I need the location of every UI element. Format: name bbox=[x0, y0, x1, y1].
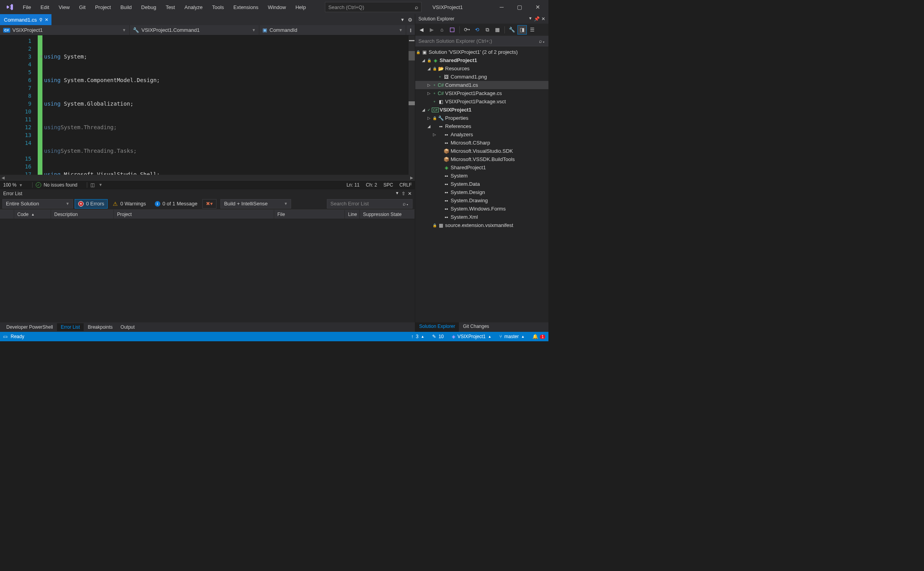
notifications-button[interactable]: 🔔 1 bbox=[528, 334, 545, 339]
minimize-button[interactable]: ─ bbox=[493, 0, 511, 14]
git-pending-commits[interactable]: ↑ 3 ▲ bbox=[407, 334, 429, 339]
error-scope-combo[interactable]: Entire Solution ▼ bbox=[2, 199, 73, 209]
close-button[interactable]: ✕ bbox=[529, 0, 547, 14]
tab-solution-explorer[interactable]: Solution Explorer bbox=[415, 322, 459, 332]
ref-system-node[interactable]: ▪▪ System bbox=[415, 172, 548, 180]
issues-status[interactable]: No issues found bbox=[44, 182, 77, 188]
col-project[interactable]: Project bbox=[114, 210, 274, 219]
quick-launch-search[interactable]: Search (Ctrl+Q) ⌕ bbox=[325, 2, 422, 12]
nav-member-combo[interactable]: ▣ CommandId ▼ bbox=[259, 25, 406, 35]
error-search[interactable]: Search Error List ⌕▾ bbox=[327, 199, 412, 209]
code-surface[interactable]: ⊟using System; using System.ComponentMod… bbox=[42, 35, 409, 175]
ref-systemxml-node[interactable]: ▪▪ System.Xml bbox=[415, 213, 548, 221]
chevron-down-icon[interactable]: ▼ bbox=[395, 191, 399, 196]
chevron-down-icon[interactable]: ▼ bbox=[528, 16, 532, 22]
menu-tools[interactable]: Tools bbox=[207, 3, 229, 12]
ref-vssdkbuild-node[interactable]: 📦 Microsoft.VSSDK.BuildTools bbox=[415, 155, 548, 163]
menu-build[interactable]: Build bbox=[116, 3, 136, 12]
sharedproject-node[interactable]: ◢🔒 ◈ SharedProject1 bbox=[415, 56, 548, 64]
manifest-node[interactable]: 🔒 ▦ source.extension.vsixmanifest bbox=[415, 221, 548, 229]
view-class-button[interactable]: ☰ bbox=[528, 25, 537, 35]
col-icon[interactable] bbox=[0, 210, 14, 219]
git-branch-selector[interactable]: ⑂ master ▲ bbox=[495, 334, 529, 339]
menu-help[interactable]: Help bbox=[291, 3, 311, 12]
fold-icon[interactable]: ⊟ bbox=[40, 53, 43, 60]
close-icon[interactable]: ✕ bbox=[45, 17, 48, 22]
solution-node[interactable]: 🔒▣ Solution 'VSIXProject1' (2 of 2 proje… bbox=[415, 48, 548, 56]
tab-git-changes[interactable]: Git Changes bbox=[459, 322, 493, 332]
menu-analyze[interactable]: Analyze bbox=[180, 3, 207, 12]
ref-systemdesign-node[interactable]: ▪▪ System.Design bbox=[415, 188, 548, 196]
switch-views-button[interactable] bbox=[447, 25, 457, 35]
sync-button[interactable]: ⟲ bbox=[472, 25, 482, 35]
col-suppression[interactable]: Suppression State bbox=[360, 210, 415, 219]
line-indicator[interactable]: Ln: 11 bbox=[346, 182, 359, 188]
git-pending-edits[interactable]: ✎ 10 bbox=[428, 334, 447, 339]
split-button[interactable]: ⫿ bbox=[406, 27, 415, 33]
tab-breakpoints[interactable]: Breakpoints bbox=[84, 323, 116, 331]
vsixproject-node[interactable]: ◢✓ C# VSIXProject1 bbox=[415, 106, 548, 114]
col-file[interactable]: File bbox=[274, 210, 345, 219]
preview-selected-button[interactable]: ◨ bbox=[517, 25, 527, 35]
resources-folder-node[interactable]: ◢🔒 📂 Resources bbox=[415, 64, 548, 73]
lineending-indicator[interactable]: CRLF bbox=[400, 182, 412, 188]
close-icon[interactable]: ✕ bbox=[541, 16, 545, 22]
home-button[interactable]: ⌂ bbox=[437, 25, 447, 35]
back-button[interactable]: ◀ bbox=[417, 25, 426, 35]
pending-changes-filter[interactable]: ⟳▾ bbox=[462, 25, 471, 35]
menu-project[interactable]: Project bbox=[90, 3, 116, 12]
col-code[interactable]: Code ▲ bbox=[14, 210, 51, 219]
horizontal-scrollbar[interactable]: ◀▶ bbox=[0, 175, 415, 180]
command1-png-node[interactable]: + 🖼 Command1.png bbox=[415, 73, 548, 81]
pin-icon[interactable]: ⇧ bbox=[402, 191, 405, 196]
menu-git[interactable]: Git bbox=[74, 3, 90, 12]
collapse-all-button[interactable]: ⧉ bbox=[482, 25, 492, 35]
tab-output[interactable]: Output bbox=[117, 323, 139, 331]
solution-explorer-search[interactable]: Search Solution Explorer (Ctrl+;) ⌕▾ bbox=[415, 36, 548, 46]
selelction-icon[interactable]: ◫ bbox=[90, 182, 95, 188]
analyzers-node[interactable]: ▷ ▪▪ Analyzers bbox=[415, 130, 548, 139]
warnings-filter[interactable]: ⚠ 0 Warnings bbox=[109, 199, 149, 209]
menu-edit[interactable]: Edit bbox=[36, 3, 54, 12]
ref-vssdk-node[interactable]: 📦 Microsoft.VisualStudio.SDK bbox=[415, 147, 548, 155]
chevron-down-icon[interactable]: ▼ bbox=[400, 17, 405, 22]
show-all-files-button[interactable]: ▦ bbox=[493, 25, 502, 35]
indent-indicator[interactable]: SPC bbox=[383, 182, 393, 188]
messages-filter[interactable]: i 0 of 1 Message bbox=[151, 199, 201, 209]
errors-filter[interactable]: × 0 Errors bbox=[75, 199, 108, 209]
ref-winforms-node[interactable]: ▪▪ System.Windows.Forms bbox=[415, 205, 548, 213]
menu-window[interactable]: Window bbox=[263, 3, 291, 12]
references-node[interactable]: ◢ ▪▪ References bbox=[415, 122, 548, 130]
column-indicator[interactable]: Ch: 2 bbox=[366, 182, 377, 188]
forward-button[interactable]: ▶ bbox=[427, 25, 436, 35]
command1-cs-node[interactable]: ▷+ C# Command1.cs bbox=[415, 81, 548, 89]
error-source-combo[interactable]: Build + IntelliSense ▼ bbox=[220, 199, 291, 209]
nav-project-combo[interactable]: C# VSIXProject1 ▼ bbox=[0, 25, 130, 35]
pin-icon[interactable]: ⚲ bbox=[39, 17, 42, 22]
menu-file[interactable]: File bbox=[18, 3, 36, 12]
menu-extensions[interactable]: Extensions bbox=[229, 3, 263, 12]
pin-icon[interactable]: 📌 bbox=[534, 16, 540, 22]
properties-node[interactable]: ▷🔒 🔧 Properties bbox=[415, 114, 548, 122]
menu-test[interactable]: Test bbox=[161, 3, 180, 12]
ref-csharp-node[interactable]: ▪▪ Microsoft.CSharp bbox=[415, 139, 548, 147]
zoom-combo[interactable]: 100 %▼ bbox=[3, 182, 23, 188]
menu-view[interactable]: View bbox=[54, 3, 74, 12]
properties-button[interactable]: 🔧 bbox=[507, 25, 517, 35]
ref-systemdrawing-node[interactable]: ▪▪ System.Drawing bbox=[415, 196, 548, 205]
gear-icon[interactable]: ⚙ bbox=[408, 17, 412, 23]
col-description[interactable]: Description bbox=[51, 210, 114, 219]
package-vsct-node[interactable]: + ◧ VSIXProject1Package.vsct bbox=[415, 97, 548, 106]
scrollbar-thumb[interactable] bbox=[409, 101, 415, 105]
tab-error-list[interactable]: Error List bbox=[57, 323, 84, 331]
code-editor[interactable]: 123456789 1011121314 151617 ⊟using Syste… bbox=[0, 35, 415, 175]
menu-debug[interactable]: Debug bbox=[136, 3, 161, 12]
startup-project-selector[interactable]: ◈ VSIXProject1 ▲ bbox=[448, 334, 495, 339]
col-line[interactable]: Line bbox=[345, 210, 360, 219]
maximize-button[interactable]: ▢ bbox=[511, 0, 529, 14]
tab-developer-powershell[interactable]: Developer PowerShell bbox=[2, 323, 57, 331]
ref-sharedproject-node[interactable]: ◈ SharedProject1 bbox=[415, 163, 548, 172]
ref-systemdata-node[interactable]: ▪▪ System.Data bbox=[415, 180, 548, 188]
nav-class-combo[interactable]: 🔧 VSIXProject1.Command1 ▼ bbox=[130, 25, 259, 35]
file-tab-command1[interactable]: Command1.cs ⚲ ✕ bbox=[0, 14, 51, 25]
